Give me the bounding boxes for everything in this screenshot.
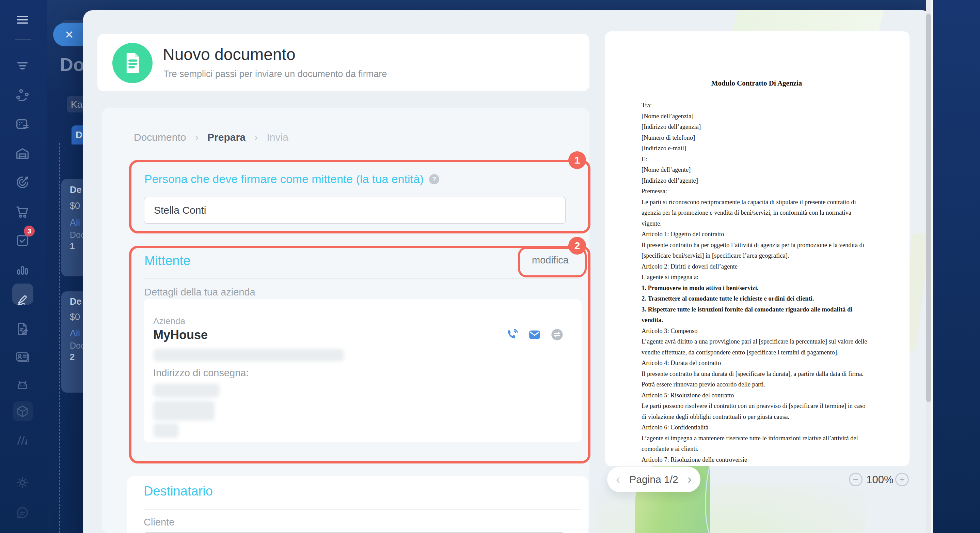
settings-gear-icon[interactable] — [10, 470, 35, 496]
page-prev-button[interactable]: ‹ — [616, 472, 620, 487]
column-header-button[interactable]: Draft — [72, 125, 83, 145]
document-line: [Indirizzo e-mail] — [641, 143, 872, 154]
document-line: Le parti possono risolvere il contratto … — [641, 401, 872, 422]
left-sidebar: 3 — [0, 0, 47, 533]
right-sidebar: NL ST — [933, 0, 980, 533]
client-label: Cliente — [144, 517, 174, 528]
modal-title: Nuovo documento — [163, 45, 296, 64]
section-divider — [144, 509, 581, 510]
card-doc-label: Doc — [70, 230, 85, 240]
bar-chart-icon[interactable] — [10, 257, 35, 282]
kanban-card[interactable]: De $0 Ali Doc 1 — [61, 179, 83, 276]
hamburger-menu-button[interactable] — [10, 7, 35, 33]
breadcrumb-invia[interactable]: Invia — [267, 132, 288, 143]
modal-subtitle: Tre semplici passi per inviare un docume… — [164, 69, 387, 80]
document-line: In caso di controversia, le parti si imp… — [641, 465, 872, 466]
card-link[interactable]: Ali — [70, 217, 80, 228]
document-line: 2. Trasmettere al comodante tutte le ric… — [641, 294, 872, 304]
redacted-text — [153, 349, 344, 361]
redacted-text — [153, 384, 220, 397]
recipient-heading: Destinatario — [144, 484, 213, 499]
robot-assistant-icon[interactable] — [10, 372, 35, 398]
document-line: Articolo 2: Diritti e doveri dell’agente — [641, 262, 872, 272]
document-line: Le parti si riconoscono reciprocamente l… — [641, 197, 872, 229]
signer-input[interactable] — [144, 196, 566, 224]
document-line: L’agente avrà diritto a una provvigione … — [641, 337, 872, 358]
card-doc-label: Doc — [70, 341, 85, 351]
document-line: [Nome dell’agente] — [641, 164, 872, 176]
company-details-label: Dettagli della tua azienda — [145, 287, 255, 298]
phone-icon[interactable] — [504, 327, 520, 342]
breadcrumb-prepara[interactable]: Prepara — [207, 132, 245, 143]
section-divider — [144, 278, 582, 279]
support-icon[interactable] — [10, 500, 35, 526]
zoom-in-button[interactable]: + — [895, 473, 909, 486]
document-line: Il presente contratto ha una durata di [… — [641, 369, 872, 390]
document-line: 3. Rispettare tutte le istruzioni fornit… — [641, 304, 872, 326]
new-document-modal: Nuovo documento Tre semplici passi per i… — [83, 10, 932, 533]
chevron-right-icon: › — [195, 131, 199, 144]
recipient-card: Destinatario Cliente — [127, 476, 589, 533]
company-label: Azienda — [153, 316, 185, 327]
document-line: E: — [641, 154, 872, 165]
breadcrumb-documento[interactable]: Documento — [134, 132, 186, 143]
card-count: 1 — [70, 241, 75, 252]
column-header-label: Draft — [72, 125, 83, 140]
card-amount: $0 — [70, 312, 80, 322]
card-count: 2 — [70, 352, 75, 362]
app-root: 3 Firma ✕ — [0, 0, 980, 533]
pagination-pill: ‹ Pagina 1/2 › — [607, 466, 700, 492]
document-line: 1. Promuovere in modo attivo i beni/serv… — [641, 283, 872, 294]
step1-heading: Persona che deve firmare come mittente (… — [145, 172, 423, 186]
close-modal-button[interactable]: ✕ — [53, 23, 83, 46]
scrollbar-thumb[interactable] — [926, 14, 931, 402]
delivery-address-label: Indirizzo di consegna: — [153, 367, 249, 379]
id-card-icon[interactable] — [10, 343, 35, 369]
document-line: Articolo 7: Risoluzione delle controvers… — [641, 455, 872, 466]
document-line: [Indirizzo dell’agente] — [641, 176, 872, 187]
page-title: Documenti — [60, 54, 83, 77]
help-icon[interactable]: ? — [429, 174, 439, 184]
chat-icon[interactable] — [550, 327, 565, 342]
filter-icon[interactable] — [10, 53, 35, 78]
step2-heading: Mittente — [145, 254, 190, 268]
document-line: Articolo 5: Risoluzione del contratto — [641, 390, 872, 401]
tasks-count-badge: 3 — [24, 226, 35, 236]
zoom-out-button[interactable]: − — [849, 473, 862, 486]
redacted-text — [153, 423, 179, 437]
page-next-button[interactable]: › — [687, 472, 692, 487]
card-title: De — [70, 297, 82, 307]
sidebar-divider — [15, 39, 31, 40]
cart-icon[interactable] — [10, 199, 35, 225]
document-line: [Numero di telefono] — [641, 132, 872, 144]
signature-pen-icon[interactable] — [10, 286, 35, 312]
target-goal-icon[interactable] — [10, 169, 35, 195]
document-title: Modulo Contratto Di Agenzia — [641, 79, 872, 88]
mail-icon[interactable] — [527, 327, 542, 342]
package-box-icon[interactable] — [10, 398, 35, 424]
document-edit-icon[interactable] — [10, 316, 35, 342]
document-line: Articolo 3: Compenso — [641, 326, 872, 337]
document-line: L’agente si impegna a: — [641, 272, 872, 283]
chevron-right-icon: › — [255, 131, 258, 144]
card-link[interactable]: Ali — [70, 328, 80, 339]
document-line: Articolo 4: Durata del contratto — [641, 358, 872, 369]
warehouse-icon[interactable] — [10, 141, 35, 167]
planner-calendar-icon[interactable] — [10, 112, 35, 137]
step1-badge: 1 — [568, 151, 586, 169]
tab-kanban-label: Kanban — [67, 96, 83, 110]
breadcrumb: Documento › Prepara › Invia — [134, 131, 288, 144]
document-line: Articolo 6: Confidentialità — [641, 422, 872, 433]
new-document-icon — [112, 43, 153, 83]
share-network-icon[interactable] — [10, 83, 35, 109]
document-preview[interactable]: Modulo Contratto Di Agenzia Tra:[Nome de… — [605, 31, 910, 466]
modal-header-card: Nuovo documento Tre semplici passi per i… — [97, 34, 589, 91]
kanban-card[interactable]: De $0 Ali Doc 2 — [61, 291, 83, 393]
step2-badge: 2 — [568, 237, 586, 255]
document-line: [Indirizzo dell’agenzia] — [641, 122, 872, 132]
brand-m-logo-icon — [10, 427, 35, 453]
tab-kanban[interactable]: Kanban — [67, 96, 83, 112]
page-indicator: Pagina 1/2 — [629, 474, 678, 485]
redacted-text — [153, 401, 215, 421]
company-card: Azienda MyHouse Indirizzo di consegna: — [144, 299, 582, 442]
